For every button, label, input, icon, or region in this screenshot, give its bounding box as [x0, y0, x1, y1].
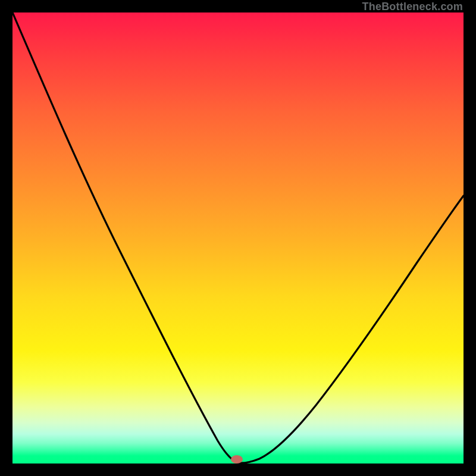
- optimum-marker: [231, 455, 243, 464]
- plot-area: [12, 12, 464, 464]
- watermark-text: TheBottleneck.com: [362, 1, 463, 13]
- chart-frame: TheBottleneck.com: [0, 0, 476, 476]
